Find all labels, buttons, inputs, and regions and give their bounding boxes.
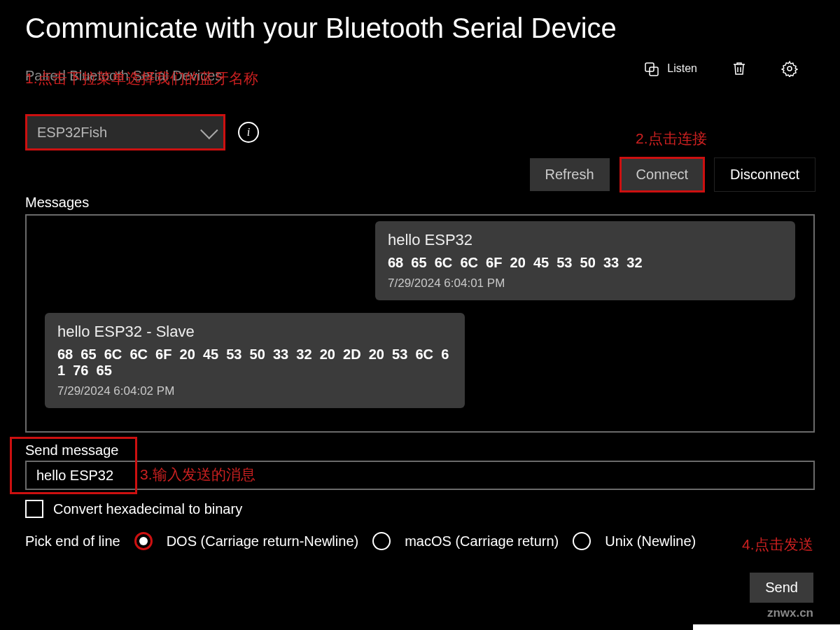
message-timestamp: 7/29/2024 6:04:02 PM — [57, 384, 452, 398]
send-label: Send message — [25, 442, 118, 458]
message-out: hello ESP32 68 65 6C 6C 6F 20 45 53 50 3… — [375, 221, 795, 300]
annotation-2: 2.点击连接 — [636, 129, 707, 148]
eol-row: Pick end of line DOS (Carriage return-Ne… — [25, 532, 696, 550]
listen-label: Listen — [667, 62, 697, 75]
send-input[interactable] — [36, 468, 804, 484]
settings-button[interactable] — [781, 60, 798, 77]
message-hex: 68 65 6C 6C 6F 20 45 53 50 33 32 — [388, 255, 783, 271]
eol-option-macos: macOS (Carriage return) — [405, 533, 559, 550]
eol-label: Pick end of line — [25, 533, 120, 550]
devices-selected: ESP32Fish — [37, 125, 201, 141]
disconnect-button[interactable]: Disconnect — [715, 158, 815, 191]
listen-button[interactable]: Listen — [643, 60, 697, 77]
messages-panel[interactable]: hello ESP32 68 65 6C 6C 6F 20 45 53 50 3… — [25, 214, 815, 433]
message-in: hello ESP32 - Slave 68 65 6C 6C 6F 20 45… — [45, 313, 465, 408]
annotation-1: 1.点击下拉菜单选择我们的蓝牙名称 — [25, 69, 258, 88]
messages-label: Messages — [25, 195, 89, 211]
listen-icon — [643, 60, 660, 77]
message-timestamp: 7/29/2024 6:04:01 PM — [388, 276, 783, 290]
watermark: znwx.cn — [767, 606, 813, 620]
footer-strip — [693, 624, 840, 630]
trash-icon — [731, 60, 748, 77]
send-button[interactable]: Send — [750, 573, 813, 603]
message-text: hello ESP32 - Slave — [57, 323, 452, 341]
message-hex: 68 65 6C 6C 6F 20 45 53 50 33 32 20 2D 2… — [57, 346, 452, 379]
eol-option-dos: DOS (Carriage return-Newline) — [167, 533, 359, 550]
devices-dropdown[interactable]: ESP32Fish — [25, 114, 225, 150]
annotation-4: 4.点击发送 — [742, 535, 813, 554]
delete-button[interactable] — [731, 60, 748, 77]
send-input-wrap — [25, 461, 815, 490]
page-title: Communicate with your Bluetooth Serial D… — [0, 0, 840, 51]
convert-row: Convert hexadecimal to binary — [25, 500, 242, 518]
svg-point-2 — [788, 66, 792, 71]
eol-option-unix: Unix (Newline) — [605, 533, 696, 550]
connect-button[interactable]: Connect — [621, 158, 704, 191]
convert-label: Convert hexadecimal to binary — [53, 501, 242, 517]
gear-icon — [781, 60, 798, 77]
chevron-down-icon — [200, 121, 218, 139]
refresh-button[interactable]: Refresh — [530, 158, 610, 191]
eol-radio-dos[interactable] — [134, 532, 153, 550]
toolbar: Listen — [643, 60, 798, 77]
eol-radio-unix[interactable] — [573, 532, 591, 550]
message-text: hello ESP32 — [388, 231, 783, 249]
action-buttons: Refresh Connect Disconnect — [530, 158, 815, 191]
info-icon[interactable]: i — [238, 122, 259, 143]
convert-checkbox[interactable] — [25, 500, 43, 518]
eol-radio-macos[interactable] — [372, 532, 391, 550]
